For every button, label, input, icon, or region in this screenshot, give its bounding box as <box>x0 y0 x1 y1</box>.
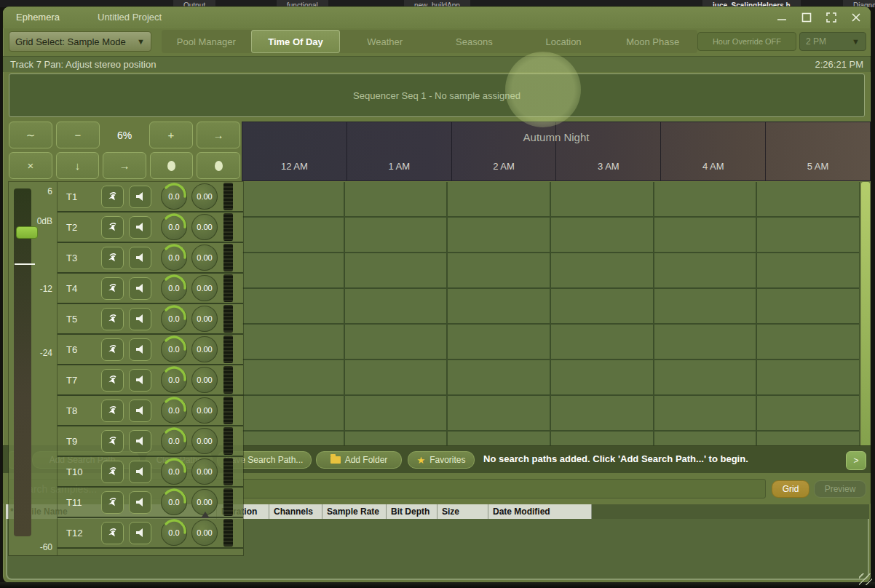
column-header-date-modified[interactable]: Date Modified <box>488 504 592 519</box>
arrow-down-button[interactable]: ↓ <box>56 152 100 179</box>
mute-button[interactable] <box>129 491 151 514</box>
sequencer-display[interactable]: Sequencer Seq 1 - No sample assigned <box>9 74 865 117</box>
mute-button[interactable] <box>129 216 151 239</box>
close-icon[interactable] <box>847 9 865 26</box>
audition-button[interactable] <box>101 338 124 361</box>
grid-hour-column[interactable] <box>345 182 448 452</box>
oval-tool-button-2[interactable] <box>197 152 240 179</box>
audition-button[interactable] <box>101 461 124 483</box>
volume-knob[interactable]: 0.00 <box>191 245 218 271</box>
audition-button[interactable] <box>101 277 124 300</box>
sequencer-grid[interactable] <box>242 182 860 452</box>
column-header-bit-depth[interactable]: Bit Depth <box>387 504 438 519</box>
master-fader-track[interactable] <box>14 188 31 536</box>
pan-knob[interactable]: 0.0 <box>161 306 187 332</box>
volume-knob[interactable]: 0.00 <box>191 336 218 362</box>
mute-button[interactable] <box>129 369 151 392</box>
mute-button[interactable] <box>129 461 151 483</box>
mute-button[interactable] <box>129 338 151 361</box>
pan-knob[interactable]: 0.0 <box>161 275 187 301</box>
track-meter <box>223 366 233 394</box>
pan-knob[interactable]: 0.0 <box>161 367 187 393</box>
hour-override-button[interactable]: Hour Override OFF <box>697 32 796 51</box>
expand-panel-button[interactable]: > <box>846 451 866 470</box>
zoom-in-button[interactable]: + <box>149 122 193 148</box>
timeline-hour-column[interactable]: 2 AM <box>452 122 557 180</box>
grid-select-dropdown[interactable]: Grid Select: Sample Mode ▼ <box>9 31 151 52</box>
pan-knob[interactable]: 0.0 <box>161 520 187 546</box>
column-header-sample-rate[interactable]: Sample Rate <box>322 504 387 519</box>
volume-knob[interactable]: 0.00 <box>191 306 218 332</box>
tab-weather[interactable]: Weather <box>340 30 429 53</box>
tab-seasons[interactable]: Seasons <box>429 30 519 53</box>
grid-hour-column[interactable] <box>757 182 860 452</box>
tab-location[interactable]: Location <box>519 30 609 53</box>
audition-button[interactable] <box>101 247 124 269</box>
timeline-hour-column[interactable]: 3 AM <box>556 122 661 180</box>
column-header-channels[interactable]: Channels <box>269 504 322 519</box>
grid-hour-column[interactable] <box>242 182 345 452</box>
timeline-hour-column[interactable]: 1 AM <box>347 122 452 180</box>
pan-knob[interactable]: 0.0 <box>161 458 187 485</box>
pan-knob[interactable]: 0.0 <box>161 245 187 271</box>
zoom-out-button[interactable]: − <box>56 122 100 148</box>
tab-time-of-day[interactable]: Time Of Day <box>251 30 341 53</box>
audition-button[interactable] <box>101 216 124 239</box>
pan-knob[interactable]: 0.0 <box>161 428 187 454</box>
audition-button[interactable] <box>101 308 124 330</box>
maximize-icon[interactable] <box>798 9 815 26</box>
pan-knob[interactable]: 0.0 <box>161 489 187 515</box>
fullscreen-icon[interactable] <box>823 9 840 26</box>
audition-button[interactable] <box>101 369 124 392</box>
volume-knob[interactable]: 0.00 <box>191 458 218 485</box>
master-fader-handle[interactable] <box>16 226 38 239</box>
scroll-right-button[interactable]: → <box>197 122 240 148</box>
db-label: 6 <box>47 186 52 196</box>
mute-button[interactable] <box>129 400 151 422</box>
pan-knob[interactable]: 0.0 <box>161 336 187 362</box>
wave-tool-button[interactable]: ∼ <box>9 122 52 148</box>
timeline-hour-column[interactable]: 4 AM <box>661 122 766 180</box>
mute-button[interactable] <box>129 430 151 453</box>
audition-button[interactable] <box>101 186 124 208</box>
mute-button[interactable] <box>129 308 151 330</box>
audition-button[interactable] <box>101 400 124 422</box>
pan-knob[interactable]: 0.0 <box>161 183 187 210</box>
mute-button[interactable] <box>129 247 151 269</box>
mute-button[interactable] <box>129 186 151 208</box>
volume-knob[interactable]: 0.00 <box>191 214 218 240</box>
grid-view-button[interactable]: Grid <box>772 480 809 498</box>
column-header-size[interactable]: Size <box>438 504 488 519</box>
preview-button[interactable]: Preview <box>814 480 866 498</box>
grid-hour-column[interactable] <box>654 182 758 452</box>
arrow-right-button[interactable]: → <box>103 152 146 179</box>
volume-knob[interactable]: 0.00 <box>191 367 218 393</box>
grid-hour-column[interactable] <box>551 182 654 452</box>
timeline-hour-column[interactable]: 12 AM <box>242 122 347 180</box>
timeline-header[interactable]: Autumn Night 12 AM1 AM2 AM3 AM4 AM5 AM <box>242 122 871 181</box>
audition-button[interactable] <box>101 430 124 453</box>
grid-scrollbar[interactable] <box>861 182 870 452</box>
resize-grip-icon[interactable] <box>859 573 872 585</box>
clear-tool-button[interactable]: × <box>9 152 52 179</box>
hour-select-dropdown[interactable]: 2 PM ▼ <box>799 32 866 51</box>
tab-pool-manager[interactable]: Pool Manager <box>162 30 251 53</box>
volume-knob[interactable]: 0.00 <box>191 397 218 424</box>
volume-knob[interactable]: 0.00 <box>191 183 218 210</box>
volume-knob[interactable]: 0.00 <box>191 428 218 454</box>
pan-knob[interactable]: 0.0 <box>161 214 187 240</box>
grid-hour-column[interactable] <box>448 182 551 452</box>
audition-button[interactable] <box>101 491 124 514</box>
add-folder-button[interactable]: Add Folder <box>316 451 402 469</box>
tab-moon-phase[interactable]: Moon Phase <box>608 30 697 53</box>
volume-knob[interactable]: 0.00 <box>191 275 218 301</box>
oval-tool-button-1[interactable] <box>150 152 194 179</box>
audition-button[interactable] <box>101 522 124 544</box>
minimize-icon[interactable] <box>773 9 791 26</box>
favorites-button[interactable]: ★ Favorites <box>408 451 475 469</box>
volume-knob[interactable]: 0.00 <box>191 520 218 546</box>
pan-knob[interactable]: 0.0 <box>161 397 187 424</box>
mute-button[interactable] <box>129 522 151 544</box>
mute-button[interactable] <box>129 277 151 300</box>
timeline-hour-column[interactable]: 5 AM <box>766 122 870 180</box>
